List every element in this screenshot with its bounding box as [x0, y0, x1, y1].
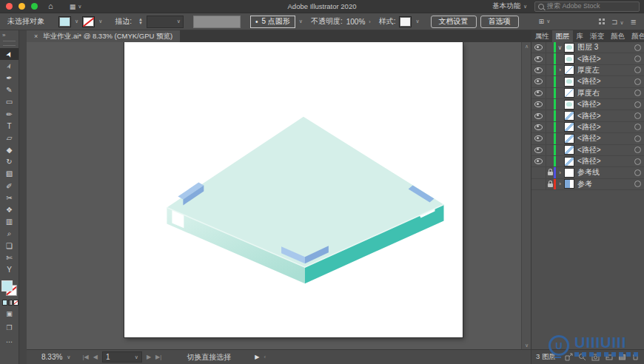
gradient-tool[interactable]: ▧ — [0, 168, 19, 180]
layer-visibility-toggle[interactable] — [531, 145, 546, 155]
layer-row[interactable]: <路径> — [531, 156, 644, 167]
close-tab-icon[interactable]: × — [34, 33, 38, 40]
layer-name[interactable]: <路径> — [574, 54, 631, 64]
layer-expand-toggle[interactable]: › — [556, 181, 564, 187]
eyedropper-tool[interactable]: ✐ — [0, 180, 19, 192]
artboard[interactable] — [124, 42, 463, 337]
layer-visibility-toggle[interactable] — [531, 156, 546, 166]
layer-thumbnail[interactable] — [564, 179, 574, 189]
rotate-tool[interactable]: ↻ — [0, 156, 19, 168]
pen-tool[interactable]: ✒ — [0, 72, 19, 84]
chevron-down-icon[interactable]: ∨ — [415, 18, 419, 24]
toolbar-grip[interactable] — [3, 41, 16, 46]
edit-toolbar-icon[interactable]: ⋯ — [6, 338, 13, 346]
collect-for-export-icon[interactable] — [565, 353, 573, 361]
screen-mode-icon[interactable]: ❐ — [6, 324, 12, 331]
stroke-weight-stepper[interactable]: ▲▼ — [138, 18, 143, 25]
layer-thumbnail[interactable] — [564, 157, 574, 166]
draw-mode-icon[interactable]: ▣ — [6, 310, 13, 317]
chevron-down-icon[interactable]: ∨ — [135, 354, 138, 360]
style-swatch[interactable] — [399, 16, 412, 27]
layer-target-circle[interactable] — [631, 158, 644, 165]
preferences-button[interactable]: 首选项 — [480, 16, 519, 28]
fill-proxy-swatch[interactable] — [1, 280, 13, 291]
type-tool[interactable]: T — [0, 120, 19, 132]
fill-color-swatch[interactable] — [58, 16, 71, 27]
close-window-button[interactable] — [6, 3, 13, 10]
next-artboard-icon[interactable]: ▶ — [147, 354, 151, 360]
layer-thumbnail[interactable] — [564, 111, 574, 121]
gradient-button[interactable] — [8, 300, 13, 306]
layer-name[interactable]: <路径> — [574, 122, 631, 132]
curvature-tool[interactable]: ✎ — [0, 84, 19, 96]
layer-target-circle[interactable] — [631, 181, 644, 187]
document-setup-button[interactable]: 文档设置 — [431, 16, 477, 28]
grid-view-icon[interactable] — [599, 18, 605, 24]
layer-row[interactable]: <路径> — [531, 133, 644, 144]
panel-tab-颜色参[interactable]: 颜色参 — [628, 30, 644, 42]
layer-thumbnail[interactable] — [564, 145, 574, 155]
scroll-right-icon[interactable]: ▶ — [255, 354, 259, 360]
layer-row[interactable]: <路径> — [531, 53, 644, 64]
home-icon[interactable]: ⌂ — [48, 0, 53, 13]
free-transform-tool[interactable]: ▱ — [0, 132, 19, 144]
layer-row[interactable]: <路径> — [531, 110, 644, 121]
layer-name[interactable]: <路径> — [574, 76, 631, 87]
color-button[interactable] — [2, 300, 7, 306]
layer-row[interactable]: <路径> — [531, 122, 644, 133]
layer-expand-toggle[interactable]: › — [556, 67, 564, 73]
panel-tab-库[interactable]: 库 — [573, 30, 587, 42]
layer-row[interactable]: <路径> — [531, 76, 644, 87]
scroll-left-icon[interactable]: ‹ — [264, 354, 266, 360]
layer-thumbnail[interactable] — [564, 122, 574, 132]
layer-visibility-toggle[interactable] — [531, 53, 546, 64]
layer-thumbnail[interactable] — [564, 134, 574, 144]
layer-thumbnail[interactable] — [564, 54, 574, 64]
more-options-icon[interactable]: ⊞ ∨ — [539, 18, 551, 25]
minimize-window-button[interactable] — [19, 3, 25, 10]
layer-thumbnail[interactable] — [564, 88, 574, 98]
artboard-tool[interactable]: ❏ — [0, 240, 19, 252]
slice-tool[interactable]: ✄ — [0, 252, 19, 263]
fill-stroke-widget[interactable] — [1, 280, 18, 297]
layer-row[interactable]: ∨图层 3 — [531, 42, 644, 53]
layer-visibility-toggle[interactable] — [531, 42, 546, 53]
layer-name[interactable]: <路径> — [574, 111, 631, 121]
locate-object-icon[interactable] — [578, 353, 586, 361]
vertical-scrollbar[interactable]: ∧ ∨ — [521, 42, 531, 350]
layer-target-circle[interactable] — [631, 78, 644, 85]
dock-panel-icon[interactable]: ⊐ ∨ — [611, 18, 623, 26]
new-sublayer-icon[interactable] — [605, 353, 613, 361]
document-tab[interactable]: × 毕业作业.ai* @ 8.33% (CMYK/GPU 预览) — [27, 30, 180, 42]
layer-thumbnail[interactable] — [564, 43, 574, 53]
layer-target-circle[interactable] — [631, 146, 644, 153]
layer-target-circle[interactable] — [631, 112, 644, 119]
opacity-value[interactable]: 100% — [346, 18, 366, 26]
zoom-level[interactable]: 8.33% — [41, 353, 62, 361]
layer-visibility-toggle[interactable] — [531, 122, 546, 132]
layer-visibility-toggle[interactable] — [531, 133, 546, 144]
layer-target-circle[interactable] — [631, 124, 644, 130]
artboard-number-field[interactable]: 1 ∨ — [102, 351, 142, 363]
layer-thumbnail[interactable] — [564, 100, 574, 109]
symbol-sprayer-tool[interactable]: ❖ — [0, 203, 19, 215]
layer-name[interactable]: <路径> — [574, 156, 631, 166]
layer-visibility-toggle[interactable] — [531, 65, 546, 75]
scissors-tool[interactable]: ✂ — [0, 192, 19, 203]
graph-tool[interactable]: ▥ — [0, 216, 19, 228]
stock-search-input[interactable]: 搜索 Adobe Stock — [534, 1, 640, 12]
layer-thumbnail[interactable] — [564, 168, 574, 178]
collapse-toolbar-icon[interactable]: » — [0, 30, 19, 40]
panel-tab-属性[interactable]: 属性 — [531, 30, 552, 42]
layer-target-circle[interactable] — [631, 55, 644, 62]
layer-visibility-toggle[interactable] — [531, 99, 546, 109]
layer-expand-toggle[interactable]: ∨ — [556, 44, 564, 51]
zoom-window-button[interactable] — [31, 3, 38, 10]
layer-row[interactable]: 厚度右 — [531, 88, 644, 99]
canvas[interactable]: ∧ ∨ — [27, 42, 531, 350]
selection-tool[interactable]: ➤ — [0, 48, 19, 60]
layer-row[interactable]: ›参考 — [531, 179, 644, 190]
layer-lock-toggle[interactable] — [546, 181, 554, 187]
none-button[interactable] — [13, 300, 19, 306]
workspace-switcher[interactable]: 基本功能 ∨ — [492, 1, 527, 11]
